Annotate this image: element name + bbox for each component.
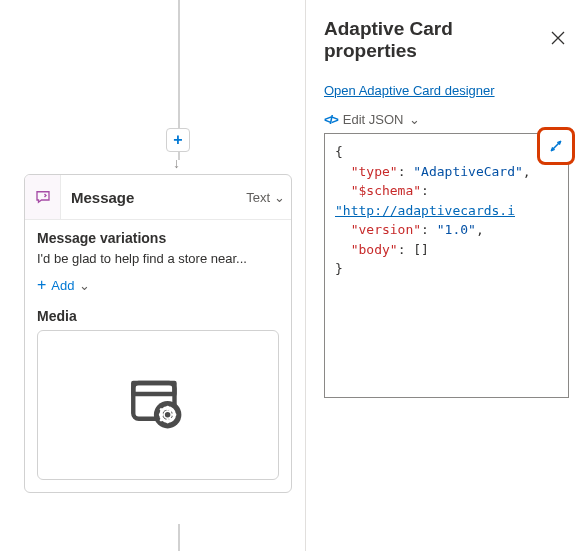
plus-icon: +: [37, 276, 46, 294]
variation-preview[interactable]: I'd be glad to help find a store near...: [37, 251, 279, 266]
node-title: Message: [61, 189, 246, 206]
json-line: "$schema": "http://adaptivecards.i: [335, 181, 558, 220]
edit-json-label: Edit JSON: [343, 112, 404, 127]
message-node[interactable]: Message Text ⌄ Message variations I'd be…: [24, 174, 292, 493]
json-line: "version": "1.0",: [335, 220, 558, 240]
json-line: "type": "AdaptiveCard",: [335, 162, 558, 182]
chevron-down-icon: ⌄: [274, 190, 285, 205]
expand-editor-button[interactable]: [537, 127, 575, 165]
json-line: "body": []: [335, 240, 558, 260]
media-dropzone[interactable]: [37, 330, 279, 480]
media-heading: Media: [37, 308, 279, 324]
node-header: Message Text ⌄: [25, 175, 291, 220]
message-icon: [25, 175, 61, 219]
close-icon: [551, 31, 565, 45]
json-editor[interactable]: { "type": "AdaptiveCard", "$schema": "ht…: [324, 133, 569, 398]
message-type-label: Text: [246, 190, 270, 205]
media-placeholder-icon: [125, 372, 191, 438]
open-designer-link[interactable]: Open Adaptive Card designer: [324, 83, 495, 98]
add-variation-button[interactable]: + Add ⌄: [37, 276, 279, 294]
chevron-down-icon: ⌄: [409, 112, 420, 127]
panel-title: Adaptive Card properties: [324, 18, 547, 62]
json-line: {: [335, 142, 558, 162]
flow-arrow: ↓: [173, 155, 180, 171]
chevron-down-icon: ⌄: [79, 278, 90, 293]
svg-rect-1: [133, 383, 174, 394]
properties-panel: Adaptive Card properties Open Adaptive C…: [305, 0, 587, 551]
code-icon: </>: [324, 112, 337, 127]
add-label: Add: [51, 278, 74, 293]
edit-json-toggle[interactable]: </> Edit JSON ⌄: [324, 112, 569, 127]
expand-icon: [547, 137, 565, 155]
add-node-button[interactable]: +: [166, 128, 190, 152]
variations-heading: Message variations: [37, 230, 279, 246]
close-button[interactable]: [547, 27, 569, 53]
json-line: }: [335, 259, 558, 279]
message-type-dropdown[interactable]: Text ⌄: [246, 190, 291, 205]
flow-connector-bottom: [178, 524, 180, 551]
